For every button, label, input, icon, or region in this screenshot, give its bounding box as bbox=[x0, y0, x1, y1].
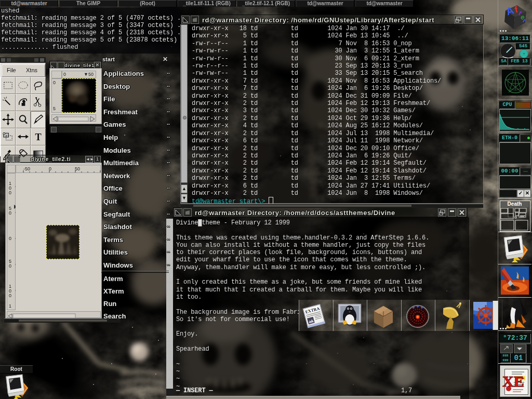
svg-text:0: 0 bbox=[9, 210, 11, 216]
svg-text:0: 0 bbox=[9, 263, 11, 269]
svg-text:XE: XE bbox=[502, 373, 524, 390]
svg-text:T: T bbox=[35, 132, 41, 142]
svg-text:0: 0 bbox=[9, 236, 11, 241]
svg-text:0: 0 bbox=[9, 293, 11, 298]
svg-text:0: 0 bbox=[9, 190, 11, 195]
svg-text:1: 1 bbox=[9, 303, 11, 309]
